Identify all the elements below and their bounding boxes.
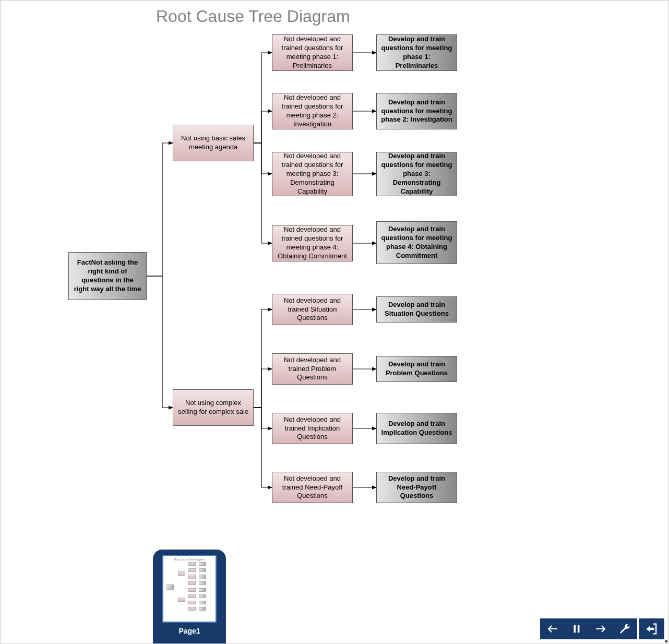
action-box-3: Develop and train questions for meeting … [376,152,457,196]
prev-button[interactable] [545,622,560,636]
root-fact-box: FactNot asking the right kind of questio… [68,252,147,300]
subcause-box-4: Not developed and trained questions for … [272,225,353,261]
cause-box-2: Not using complex selling for complex sa… [173,389,254,426]
pause-icon [571,623,582,635]
thumb-title: Root Cause Tree Diagram [163,558,216,561]
subcause-box-1: Not developed and trained questions for … [272,34,353,71]
arrow-left-icon [546,622,559,636]
exit-button[interactable] [639,618,664,639]
next-button[interactable] [593,622,608,636]
subcause-box-7: Not developed and trained Implication Qu… [272,413,353,444]
subcause-box-5: Not developed and trained Situation Ques… [272,294,353,325]
settings-button[interactable] [617,622,632,636]
page-thumbnail-tab[interactable]: Root Cause Tree Diagram Page1 [153,550,226,643]
subcause-box-8: Not developed and trained Need-Payoff Qu… [272,472,353,503]
action-box-4: Develop and train questions for meeting … [376,221,457,264]
cause-box-1: Not using basic sales meeting agenda [173,125,254,161]
action-box-5: Develop and train Situation Questions [376,296,457,323]
arrow-right-icon [594,622,607,636]
action-box-8: Develop and train Need-Payoff Questions [376,472,457,503]
resize-corner-icon [665,640,667,642]
action-box-7: Develop and train Implication Questions [376,413,457,444]
exit-icon [644,622,659,636]
page-thumbnail: Root Cause Tree Diagram [162,555,217,623]
pause-button[interactable] [569,622,584,636]
action-box-1: Develop and train questions for meeting … [376,34,457,71]
action-box-6: Develop and train Problem Questions [376,356,457,382]
wrench-icon [618,623,631,635]
toolbar-main [540,618,637,639]
diagram-canvas: FactNot asking the right kind of questio… [1,1,669,644]
subcause-box-6: Not developed and trained Problem Questi… [272,353,353,385]
viewer-toolbar [540,618,664,639]
subcause-box-2: Not developed and trained questions for … [272,93,353,129]
subcause-box-3: Not developed and trained questions for … [272,152,353,196]
page-label: Page1 [178,627,200,635]
action-box-2: Develop and train questions for meeting … [376,93,457,129]
